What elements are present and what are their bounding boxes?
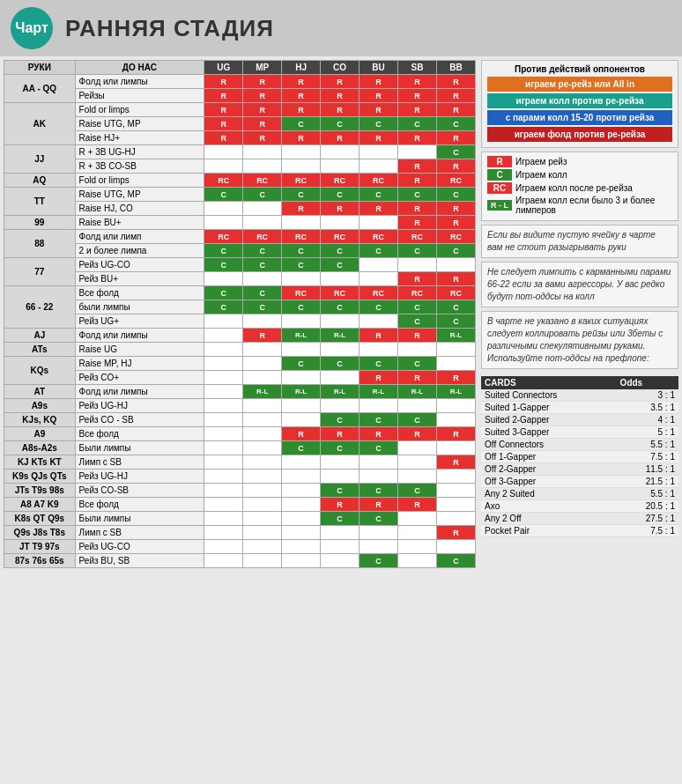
position-cell: R — [243, 89, 282, 103]
position-cell — [204, 145, 243, 159]
badge-rl: R - L — [487, 200, 512, 211]
position-cell: RC — [243, 174, 282, 188]
action-cell: Raise UTG, MP — [75, 188, 204, 202]
position-cell — [360, 258, 398, 272]
position-cell: C — [282, 258, 321, 272]
position-cell: R — [360, 498, 398, 512]
position-cell: R — [398, 216, 437, 230]
position-cell: C — [204, 258, 243, 272]
action-cell: Фолд или лимп — [75, 230, 204, 244]
position-cell — [204, 314, 243, 329]
position-cell — [243, 484, 282, 498]
position-cell: C — [243, 286, 282, 300]
position-cell — [282, 526, 321, 540]
position-cell — [321, 554, 360, 568]
odds-col-odds: Odds — [617, 376, 678, 389]
position-cell — [436, 498, 475, 512]
position-cell: C — [243, 258, 282, 272]
position-cell: R — [360, 75, 398, 89]
legend-title: Против действий оппонентов — [487, 64, 672, 74]
action-cell: Фолд или лимпы — [75, 329, 204, 343]
position-cell: R — [282, 131, 321, 145]
position-cell: C — [204, 286, 243, 300]
position-cell — [204, 427, 243, 441]
position-cell — [436, 512, 475, 526]
position-cell: RC — [436, 230, 475, 244]
group-cell: 66 - 22 — [4, 286, 76, 329]
position-cell — [243, 470, 282, 484]
position-cell — [282, 314, 321, 329]
action-cell: Рейз BU+ — [75, 272, 204, 286]
odds-value: 7.5 : 1 — [617, 525, 678, 537]
odds-value: 7.5 : 1 — [617, 451, 678, 463]
position-cell — [282, 512, 321, 526]
action-cell: Рейз UG-CO — [75, 258, 204, 272]
position-cell: R — [398, 103, 437, 117]
position-cell: C — [360, 484, 398, 498]
badge-rc: RC — [487, 182, 512, 194]
col-header-co: CO — [321, 61, 360, 75]
odds-value: 20.5 : 1 — [617, 500, 678, 513]
position-cell — [436, 399, 475, 413]
col-header-ruki: РУКИ — [4, 61, 76, 75]
position-cell: R — [360, 131, 398, 145]
position-cell: C — [360, 188, 398, 202]
position-cell — [204, 385, 243, 399]
position-cell — [360, 399, 398, 413]
position-cell — [243, 413, 282, 427]
position-cell: R — [360, 89, 398, 103]
action-cell: Рейз CO - SB — [75, 413, 204, 427]
position-cell: C — [204, 300, 243, 314]
position-cell: R-L — [282, 329, 321, 343]
position-cell: R — [321, 427, 360, 441]
position-cell: C — [398, 314, 437, 329]
position-cell — [436, 413, 475, 427]
strategy-table: РУКИ ДО НАС UG MP HJ CO BU SB BB AA - QQ… — [4, 60, 476, 568]
position-cell: C — [360, 413, 398, 427]
position-cell: R — [436, 159, 475, 174]
position-cell — [282, 540, 321, 554]
odds-card-type: Any 2 Off — [481, 513, 617, 525]
position-cell: C — [204, 244, 243, 258]
action-cell: Рейз CO+ — [75, 371, 204, 385]
position-cell: C — [436, 300, 475, 314]
position-cell: C — [282, 244, 321, 258]
position-cell: R — [282, 75, 321, 89]
position-cell — [243, 371, 282, 385]
position-cell: RC — [321, 286, 360, 300]
badge-c: C — [487, 169, 512, 181]
position-cell: R-L — [436, 329, 475, 343]
position-cell — [282, 484, 321, 498]
position-cell: C — [398, 357, 437, 371]
position-cell — [321, 455, 360, 470]
position-cell: R — [436, 103, 475, 117]
position-cell: R — [398, 329, 437, 343]
position-cell: C — [243, 188, 282, 202]
position-cell: R — [243, 75, 282, 89]
symbol-rl: R - L Играем колл если было 3 и более ли… — [487, 196, 672, 215]
position-cell — [243, 145, 282, 159]
position-cell — [204, 272, 243, 286]
position-cell — [204, 413, 243, 427]
action-cell: Фолд или лимпы — [75, 385, 204, 399]
position-cell — [398, 554, 437, 568]
col-header-bu: BU — [360, 61, 398, 75]
position-cell: C — [321, 484, 360, 498]
group-cell: TT — [4, 188, 76, 216]
position-cell: R — [243, 329, 282, 343]
position-cell: R — [360, 202, 398, 216]
odds-value: 5 : 1 — [617, 426, 678, 439]
position-cell — [204, 202, 243, 216]
position-cell: C — [243, 300, 282, 314]
position-cell — [282, 272, 321, 286]
position-cell: R — [321, 202, 360, 216]
col-header-ug: UG — [204, 61, 243, 75]
main-table-section: РУКИ ДО НАС UG MP HJ CO BU SB BB AA - QQ… — [0, 56, 479, 572]
position-cell — [282, 455, 321, 470]
position-cell — [321, 371, 360, 385]
action-cell: Все фолд — [75, 498, 204, 512]
position-cell: C — [282, 188, 321, 202]
action-cell: Лимп с SB — [75, 455, 204, 470]
position-cell: RC — [282, 174, 321, 188]
position-cell: R — [321, 103, 360, 117]
